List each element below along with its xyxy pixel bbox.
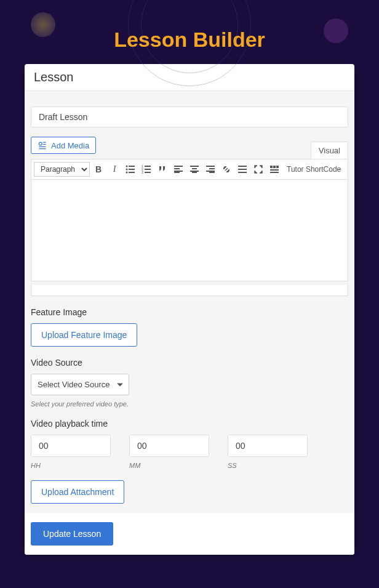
svg-rect-6 <box>129 172 135 173</box>
feature-image-section: Feature Image Upload Feature Image <box>31 307 348 347</box>
tutor-shortcode-button[interactable]: Tutor ShortCode <box>283 165 345 174</box>
editor-toolbar: Paragraph B I 123 <box>31 159 348 180</box>
video-source-select-wrap: Select Video Source <box>31 374 129 395</box>
svg-rect-14 <box>174 168 180 169</box>
hours-input[interactable] <box>31 435 111 457</box>
align-center-icon <box>190 164 199 174</box>
panel-body: Add Media Visual Paragraph B I 123 <box>25 91 354 513</box>
svg-rect-32 <box>270 172 279 173</box>
media-icon <box>38 140 47 150</box>
editor-top-bar: Add Media Visual <box>31 137 348 159</box>
video-source-helper: Select your preferred video type. <box>31 400 348 408</box>
svg-rect-13 <box>174 166 183 167</box>
numbered-list-icon: 123 <box>142 164 151 174</box>
bold-button[interactable]: B <box>91 162 106 177</box>
editor-tabs: Visual <box>311 142 348 159</box>
seconds-input[interactable] <box>228 435 308 457</box>
bullet-list-button[interactable] <box>123 162 138 177</box>
svg-rect-21 <box>206 166 215 167</box>
bullet-list-icon <box>126 164 135 174</box>
svg-rect-22 <box>209 168 215 169</box>
svg-point-0 <box>39 142 42 145</box>
svg-rect-19 <box>190 171 199 172</box>
svg-rect-29 <box>273 166 276 168</box>
align-left-button[interactable] <box>171 162 186 177</box>
svg-rect-2 <box>129 166 135 167</box>
seconds-column: SS <box>228 435 308 469</box>
upload-attachment-button[interactable]: Upload Attachment <box>31 480 124 504</box>
fullscreen-button[interactable] <box>251 162 266 177</box>
lesson-title-input[interactable] <box>31 107 348 127</box>
attachment-section: Upload Attachment <box>31 480 348 504</box>
editor-wrapper: Add Media Visual Paragraph B I 123 <box>31 137 348 296</box>
decorative-circle <box>31 12 55 37</box>
link-icon <box>221 164 231 174</box>
minutes-label: MM <box>129 462 209 469</box>
lesson-panel: Lesson Add Media Visual Paragraph B I <box>25 64 354 555</box>
svg-point-3 <box>126 169 128 171</box>
read-more-button[interactable] <box>235 162 250 177</box>
content-editor[interactable] <box>31 180 348 281</box>
add-media-button[interactable]: Add Media <box>31 137 96 154</box>
svg-rect-20 <box>192 172 197 173</box>
numbered-list-button[interactable]: 123 <box>139 162 154 177</box>
svg-rect-27 <box>238 172 247 173</box>
svg-rect-16 <box>174 172 180 173</box>
svg-rect-12 <box>145 172 151 173</box>
align-right-icon <box>205 164 215 174</box>
panel-footer: Update Lesson <box>25 513 354 555</box>
svg-rect-28 <box>270 166 273 168</box>
svg-rect-23 <box>206 171 215 172</box>
svg-rect-31 <box>270 169 279 171</box>
quote-icon <box>158 164 167 174</box>
add-media-label: Add Media <box>51 141 89 150</box>
minutes-column: MM <box>129 435 209 469</box>
svg-rect-8 <box>145 166 151 167</box>
svg-rect-26 <box>238 169 247 170</box>
align-right-button[interactable] <box>203 162 218 177</box>
svg-rect-24 <box>209 172 215 173</box>
read-more-icon <box>237 164 247 174</box>
align-left-icon <box>174 164 183 174</box>
tab-visual[interactable]: Visual <box>311 142 348 159</box>
video-source-label: Video Source <box>31 358 348 368</box>
video-source-section: Video Source Select Video Source Select … <box>31 358 348 408</box>
hours-label: HH <box>31 462 111 469</box>
playback-section: Video playback time HH MM SS <box>31 419 348 469</box>
svg-point-5 <box>126 172 128 174</box>
decorative-circle <box>324 18 348 43</box>
minutes-input[interactable] <box>129 435 209 457</box>
hours-column: HH <box>31 435 111 469</box>
svg-rect-10 <box>145 169 151 170</box>
toolbar-toggle-icon <box>269 164 279 174</box>
svg-rect-15 <box>174 171 183 172</box>
fullscreen-icon <box>253 164 263 174</box>
format-select[interactable]: Paragraph <box>34 162 90 177</box>
svg-text:3: 3 <box>142 171 143 174</box>
update-lesson-button[interactable]: Update Lesson <box>31 522 113 546</box>
svg-rect-25 <box>238 166 247 167</box>
editor-status-bar <box>31 284 348 296</box>
toolbar-toggle-button[interactable] <box>267 162 282 177</box>
time-inputs-row: HH MM SS <box>31 435 348 469</box>
align-center-button[interactable] <box>187 162 202 177</box>
upload-feature-image-button[interactable]: Upload Feature Image <box>31 323 137 347</box>
video-source-select[interactable]: Select Video Source <box>31 374 129 395</box>
svg-rect-4 <box>129 169 135 170</box>
svg-rect-30 <box>276 166 279 168</box>
feature-image-label: Feature Image <box>31 307 348 317</box>
link-button[interactable] <box>219 162 234 177</box>
playback-label: Video playback time <box>31 419 348 429</box>
svg-rect-17 <box>190 166 199 167</box>
seconds-label: SS <box>228 462 308 469</box>
svg-point-1 <box>126 166 128 167</box>
svg-rect-18 <box>192 168 197 169</box>
blockquote-button[interactable] <box>155 162 170 177</box>
italic-button[interactable]: I <box>107 162 122 177</box>
